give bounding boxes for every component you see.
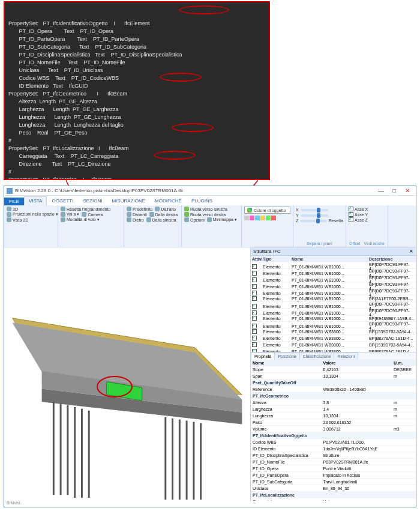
btn-opzioni[interactable]: Opzioni [184, 217, 205, 222]
sw-pink[interactable] [250, 216, 254, 220]
row-checkbox[interactable] [252, 264, 257, 269]
property-row[interactable]: Altezza3,8m [251, 399, 416, 406]
minimize-button[interactable]: — [375, 187, 387, 195]
chk-asse-z[interactable]: Asse Z [349, 217, 385, 222]
row-checkbox[interactable] [252, 304, 257, 309]
btn-rot-sx[interactable]: Ruota verso sinistra [184, 207, 227, 211]
property-group: PT_IfcIdentificativoOggetto [251, 432, 416, 439]
property-row[interactable]: Volume3,006712m3 [251, 426, 416, 432]
table-row[interactable]: ElementoPT_01-BIM-WB1 WB1000...BP{D0F7DC… [251, 282, 416, 289]
tab-sezioni[interactable]: SEZIONI [78, 196, 107, 205]
property-grid[interactable]: NomeValoreU.m. Slope0,42163DEGREE Span10… [251, 360, 416, 501]
app-icon [7, 188, 13, 194]
table-row[interactable]: ElementoPT_01-BIM-WB1 WB1000...BP{D0F7DC… [251, 262, 416, 269]
row-checkbox[interactable] [252, 284, 257, 289]
btn-alto[interactable]: Dall'alto [155, 207, 176, 211]
btn-predef[interactable]: Predefinito [127, 207, 152, 211]
property-row[interactable]: PT_ID_NomeFileP03PV02STRM001A.ifc [251, 459, 416, 465]
table-row[interactable]: ElementoPT_01-BIM-WB1 WB1000...BP{D0F7DC… [251, 276, 416, 282]
slider-x[interactable] [301, 209, 328, 211]
maximize-button[interactable]: □ [388, 187, 400, 195]
tab-misurazione[interactable]: MISURAZIONE [107, 196, 150, 205]
row-checkbox[interactable] [252, 277, 257, 282]
btn-vaia[interactable]: Vai a ▾ [61, 212, 79, 217]
row-checkbox[interactable] [252, 349, 257, 352]
btn-camera[interactable]: Camera [82, 212, 103, 217]
btn-dietro[interactable]: Dietro [127, 217, 144, 222]
sw-red[interactable] [271, 216, 276, 220]
btn-rot-dx[interactable]: Ruota verso destra [184, 212, 226, 217]
property-row[interactable]: Codice WBSP0.PV02.IA01.TLO00 [251, 439, 416, 446]
btn-sinistra[interactable]: Dalla sinistra [146, 217, 176, 222]
table-row[interactable]: ElementoPT_01-BIM-WB1 WB1000...BP{D0F7DC… [251, 322, 416, 328]
property-row[interactable]: Lunghezza10,1304m [251, 413, 416, 419]
highlight-ifcelement [179, 5, 229, 14]
sw-grey[interactable] [244, 216, 249, 220]
table-row[interactable]: ElementoPT_01-BIM-WB1 WB1000...BP{2A1E7E… [251, 295, 416, 302]
sw-yel[interactable] [260, 216, 265, 220]
btn-reset-zoom[interactable]: Resetta l'ingrandimento [61, 207, 110, 211]
chk-asse-y[interactable]: Asse Y [349, 212, 385, 217]
sw-green[interactable] [266, 216, 271, 220]
table-row[interactable]: ElementoPT_01-BIM-WB1 WB3800...BP{B8278A… [251, 335, 416, 342]
table-row[interactable]: ElementoPT_01-BIM-WB1 WB1000...BP{E9489B… [251, 315, 416, 322]
tab-proprieta[interactable]: Proprietà [251, 352, 275, 360]
property-row[interactable]: ReferenceWB3800x20 - 1400x80 [251, 386, 416, 393]
table-row[interactable]: ElementoPT_01-BIM-WB1 WB3800...BP{1539D7… [251, 328, 416, 335]
table-row[interactable]: ElementoPT_01-BIM-WB1 WB1000...BP{D0F7DC… [251, 289, 416, 295]
property-row[interactable]: PT_ID_ParteOperaImpalcato in Acciaio [251, 472, 416, 479]
tab-posizione[interactable]: Posizione [274, 352, 299, 360]
ifc-tree[interactable]: AttiviTipo NomeDescrizione ElementoPT_01… [251, 256, 416, 352]
tab-relazioni[interactable]: Relazioni [334, 352, 358, 360]
property-group: PT_IfcLocalizzazione [251, 492, 416, 498]
bimvision-window: BIMvision 2.28.0 - C:\Users\federico.pal… [4, 186, 416, 507]
btn-3d[interactable]: 3D [7, 207, 18, 211]
btn-volo[interactable]: Modalità di volo ▾ [61, 217, 100, 222]
tab-modifiche[interactable]: MODIFICHE [150, 196, 187, 205]
row-checkbox[interactable] [252, 271, 257, 276]
property-set-source-panel: PropertySet: PT_IfcIdentificativoOggetto… [4, 1, 270, 180]
property-row[interactable]: PT_ID_OperaPonti e Viadotti [251, 465, 416, 472]
chk-asse-x[interactable]: Asse X [349, 207, 385, 211]
tab-oggetti[interactable]: OGGETTI [47, 196, 78, 205]
tab-plugins[interactable]: PLUGINS [187, 196, 217, 205]
slider-z[interactable] [300, 220, 327, 222]
table-row[interactable]: ElementoPT_01-BIM-WB1 WB1000...BP{D0F7DC… [251, 302, 416, 309]
tab-classificazione[interactable]: Classificazione [299, 352, 335, 360]
table-row[interactable]: ElementoPT_01-BIM-WB1 WB3800...BP{1539D7… [251, 342, 416, 348]
row-checkbox[interactable] [252, 296, 257, 301]
row-checkbox[interactable] [252, 329, 257, 334]
btn-minimap[interactable]: Minimappa ▾ [207, 217, 237, 222]
file-tab[interactable]: FILE [4, 198, 24, 205]
btn-davanti[interactable]: Davanti [127, 212, 147, 217]
row-checkbox[interactable] [252, 342, 257, 347]
panel-close-icon[interactable]: ✕ [409, 249, 413, 254]
btn-vista2d[interactable]: Vista 2D [7, 217, 28, 222]
btn-proiezioni[interactable]: Proiezioni nello spazio ▾ [7, 212, 58, 217]
property-row[interactable]: Slope0,42163DEGREE [251, 366, 416, 373]
property-row[interactable]: PT_ID_SubCategoriaTravi Longitudinali [251, 479, 416, 485]
sw-cyan[interactable] [255, 216, 260, 220]
close-button[interactable]: ✕ [401, 187, 413, 195]
row-checkbox[interactable] [252, 316, 257, 321]
property-row[interactable]: UniclassEn_80_94_30 [251, 485, 416, 492]
property-row[interactable]: Peso23 602,616352 [251, 419, 416, 426]
ribbon: 3D Proiezioni nello spazio ▾ Vista 2D Re… [4, 205, 416, 247]
btn-destra[interactable]: Dalla destra [149, 212, 178, 217]
property-row[interactable]: PT_ID_DisciplinaSpecialisticaStrutture [251, 452, 416, 459]
3d-viewport[interactable] [4, 247, 250, 501]
property-row[interactable]: ID Elemento1dn2mYq6P6jeBYbC6A1YqE [251, 446, 416, 452]
table-row[interactable]: ElementoPT_01-BIM-WB1 WB1000...BP{D0F7DC… [251, 269, 416, 276]
tab-vista[interactable]: VISTA [24, 196, 47, 205]
row-checkbox[interactable] [252, 336, 257, 340]
ifc-tree-header: Struttura IFC✕ [251, 247, 416, 256]
slider-y[interactable] [301, 214, 328, 217]
property-row[interactable]: Span10,1304m [251, 373, 416, 379]
property-group: Pset_QuantityTakeOff [251, 379, 416, 386]
table-row[interactable]: ElementoPT_01-BIM-WB1 WB1000...BP{D0F7DC… [251, 309, 416, 315]
btn-colore-oggetto[interactable]: Colore di oggetto [244, 207, 290, 214]
property-row[interactable]: Larghezza1,4m [251, 406, 416, 413]
property-group: PT_IfcGeometrico [251, 393, 416, 399]
btn-slider-reset[interactable]: Resetta [329, 219, 343, 223]
window-title: BIMvision 2.28.0 - C:\Users\federico.pal… [15, 188, 183, 193]
